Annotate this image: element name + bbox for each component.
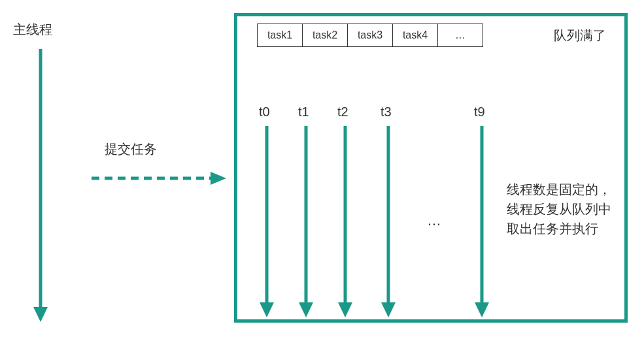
thread-label-t0: t0 bbox=[259, 104, 270, 120]
thread-arrow-t3 bbox=[379, 126, 398, 319]
svg-marker-7 bbox=[299, 302, 313, 317]
queue-cell-ellipsis: … bbox=[437, 24, 483, 47]
submit-arrow bbox=[92, 168, 229, 188]
svg-marker-9 bbox=[338, 302, 352, 317]
svg-marker-5 bbox=[260, 302, 274, 317]
thread-label-t1: t1 bbox=[298, 104, 309, 120]
queue-cell: task3 bbox=[347, 24, 393, 47]
queue-cell: task1 bbox=[257, 24, 303, 47]
main-thread-arrow bbox=[31, 49, 50, 323]
thread-arrow-t1 bbox=[296, 126, 316, 319]
svg-marker-13 bbox=[475, 302, 489, 317]
thread-label-t3: t3 bbox=[381, 104, 392, 120]
thread-label-t2: t2 bbox=[337, 104, 348, 120]
thread-pool-box: task1 task2 task3 task4 … 队列满了 t0 t1 t2 … bbox=[234, 13, 628, 323]
thread-arrow-t9 bbox=[472, 126, 492, 319]
svg-marker-11 bbox=[381, 302, 396, 317]
thread-arrow-t2 bbox=[335, 126, 355, 319]
queue-full-label: 队列满了 bbox=[554, 27, 606, 44]
main-thread-label: 主线程 bbox=[13, 21, 52, 39]
submit-task-label: 提交任务 bbox=[105, 140, 157, 158]
task-queue: task1 task2 task3 task4 … bbox=[257, 24, 483, 47]
queue-cell: task4 bbox=[392, 24, 438, 47]
svg-marker-1 bbox=[33, 307, 48, 322]
description-text: 线程数是固定的，线程反复从队列中取出任务并执行 bbox=[507, 180, 611, 238]
thread-arrow-t0 bbox=[257, 126, 277, 319]
svg-marker-3 bbox=[211, 172, 226, 185]
threads-ellipsis: … bbox=[427, 212, 443, 229]
queue-cell: task2 bbox=[302, 24, 348, 47]
thread-label-t9: t9 bbox=[474, 104, 485, 120]
